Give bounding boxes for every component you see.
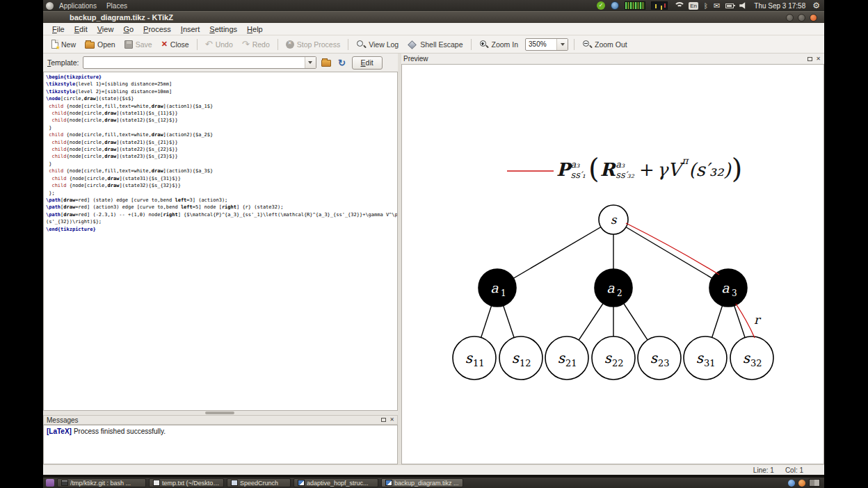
shell-escape-icon — [408, 40, 417, 49]
template-combo-arrow[interactable] — [305, 57, 316, 68]
open-button[interactable]: Open — [81, 38, 120, 51]
applications-menu[interactable]: Applications — [55, 1, 101, 10]
workspace-switcher[interactable] — [809, 479, 820, 487]
shell-escape-button[interactable]: Shell Escape — [403, 38, 467, 51]
toolbar: New Open Save Close Undo Redo Stop Proce… — [43, 35, 824, 54]
chevron-down-icon — [561, 43, 565, 46]
bluetooth-icon[interactable] — [704, 2, 708, 10]
status-col: Col: 1 — [785, 466, 803, 474]
preview-title: Preview — [403, 55, 428, 63]
label-r: r — [754, 313, 762, 327]
magnifier-icon — [356, 40, 366, 49]
taskbar-launcher-icon[interactable] — [46, 479, 54, 487]
task-backup-diagram[interactable]: backup_diagram.tikz ... — [381, 478, 463, 487]
label-s12-sub: 12 — [520, 358, 531, 368]
label-a3: a — [721, 280, 730, 295]
window-titlebar[interactable]: backup_diagram.tikz - KTikZ — [43, 11, 824, 23]
task-adaptive-hopf[interactable]: adaptive_hopf_struc... — [294, 478, 378, 487]
calculator-icon — [231, 480, 238, 486]
redo-button[interactable]: Redo — [238, 37, 274, 51]
label-s21-sub: 21 — [565, 358, 577, 368]
top-panel: Applications Places En Thu Sep 3 17:58 — [43, 0, 824, 11]
preview-dock-buttons: ✕ — [807, 56, 821, 62]
zoom-level-combobox[interactable]: 350% — [525, 38, 568, 51]
stop-process-button[interactable]: Stop Process — [282, 38, 344, 51]
window-content: Template: Edit \begin{tikzpicture}\tikzs… — [43, 54, 824, 464]
menu-insert[interactable]: Insert — [176, 24, 205, 35]
label-a1-sub: 1 — [501, 288, 506, 298]
tikz-diagram: s a 1 a 2 a 3 s 11 s 12 s 21 s 22 s 23 s… — [402, 65, 824, 464]
tray-orange-icon[interactable] — [798, 480, 805, 487]
menu-settings[interactable]: Settings — [204, 24, 242, 35]
places-menu[interactable]: Places — [102, 1, 131, 10]
dock-close-icon[interactable]: ✕ — [389, 417, 394, 423]
menubar: File Edit View Go Process Insert Setting… — [43, 23, 824, 35]
menu-edit[interactable]: Edit — [70, 24, 93, 35]
terminal-icon — [61, 480, 68, 486]
messages-log[interactable]: [LaTeX]Process finished successfully. — [43, 425, 398, 464]
template-combobox[interactable] — [83, 56, 316, 69]
zoom-out-button[interactable]: Zoom Out — [578, 38, 632, 51]
task-terminal[interactable]: /tmp/ktikz.git : bash ... — [57, 478, 146, 487]
zoom-combo-arrow[interactable] — [556, 39, 568, 50]
session-gear-icon[interactable] — [812, 1, 820, 10]
statusbar: Line: 1 Col: 1 — [43, 464, 824, 475]
menu-go[interactable]: Go — [118, 24, 138, 35]
zoom-level-value: 350% — [526, 40, 556, 48]
scrollbar-thumb[interactable] — [205, 412, 234, 414]
volume-icon[interactable] — [739, 2, 747, 9]
open-folder-icon — [85, 42, 95, 49]
battery-icon[interactable] — [725, 3, 734, 8]
task-speedcrunch[interactable]: SpeedCrunch — [227, 478, 291, 487]
menu-view[interactable]: View — [93, 24, 119, 35]
keyboard-layout-indicator[interactable]: En — [689, 2, 698, 10]
minimize-button[interactable] — [786, 14, 794, 22]
toolbar-separator — [278, 39, 278, 50]
dock-float-icon[interactable] — [807, 57, 812, 61]
ktikz-icon — [385, 480, 392, 486]
menu-file[interactable]: File — [47, 24, 70, 35]
menu-help[interactable]: Help — [242, 24, 268, 35]
system-monitor-applet[interactable] — [625, 1, 645, 10]
window-controls — [786, 14, 824, 22]
code-editor[interactable]: \begin{tikzpicture}\tikzstyle{level 1}=[… — [43, 72, 398, 411]
toolbar-separator — [471, 39, 472, 50]
preview-pane[interactable]: s a 1 a 2 a 3 s 11 s 12 s 21 s 22 s 23 s… — [401, 64, 824, 464]
preview-dock-header[interactable]: Preview ✕ — [401, 54, 824, 64]
maximize-button[interactable] — [798, 14, 805, 22]
applications-menu-icon — [46, 2, 54, 10]
time-applet-icon[interactable] — [611, 1, 619, 10]
new-button[interactable]: New — [47, 38, 80, 51]
taskbar-tray — [788, 479, 821, 487]
formula-P-scripts: a₃ ss′₁ — [571, 161, 586, 179]
messages-title: Messages — [47, 416, 79, 424]
label-a3-sub: 3 — [732, 288, 737, 298]
task-texteditor[interactable]: temp.txt (~/Desktop... — [149, 478, 224, 487]
redo-icon — [242, 39, 250, 49]
template-input[interactable] — [83, 57, 305, 68]
save-button[interactable]: Save — [120, 38, 156, 51]
dock-close-icon[interactable]: ✕ — [816, 56, 821, 62]
mail-icon[interactable] — [714, 1, 720, 10]
undo-button[interactable]: Undo — [201, 37, 237, 51]
zoom-in-button[interactable]: Zoom In — [475, 38, 523, 51]
messages-dock-header[interactable]: Messages ✕ — [43, 415, 398, 425]
updates-ok-icon[interactable] — [597, 1, 605, 10]
template-edit-button[interactable]: Edit — [352, 56, 383, 70]
close-file-button[interactable]: Close — [157, 38, 193, 51]
clock[interactable]: Thu Sep 3 17:58 — [753, 2, 807, 10]
template-reload-button[interactable] — [336, 56, 348, 69]
toolbar-separator — [348, 39, 348, 50]
template-open-button[interactable] — [320, 56, 332, 69]
close-window-button[interactable] — [810, 14, 817, 22]
tray-blue-icon[interactable] — [788, 480, 795, 487]
template-label: Template: — [47, 58, 79, 67]
wifi-icon[interactable] — [673, 2, 683, 10]
label-s23-sub: 23 — [658, 358, 670, 368]
view-log-button[interactable]: View Log — [352, 38, 403, 51]
network-monitor-applet[interactable] — [651, 1, 668, 10]
log-text: Process finished successfully. — [74, 428, 166, 435]
menu-process[interactable]: Process — [138, 24, 176, 35]
dock-float-icon[interactable] — [381, 418, 386, 422]
formula-R: R — [600, 159, 616, 180]
